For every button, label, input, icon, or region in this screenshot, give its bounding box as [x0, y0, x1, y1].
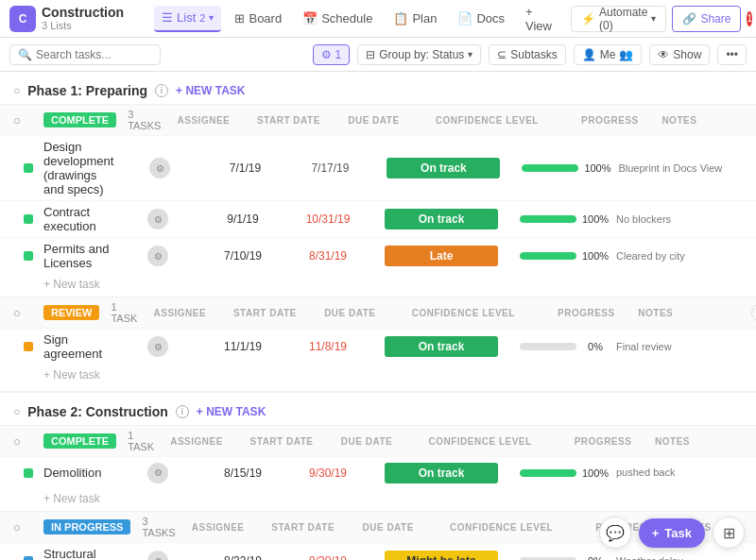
confidence-cell: On track	[370, 209, 512, 229]
assignee-cell: ⚙	[115, 463, 200, 484]
table-row: Design development (drawings and specs) …	[0, 135, 756, 200]
confidence-cell: On track	[370, 336, 512, 357]
avatar: ⚙	[147, 551, 168, 560]
task-dot	[24, 163, 33, 173]
chat-fab-button[interactable]: 💬	[599, 517, 631, 549]
share-button[interactable]: 🔗 Share	[672, 6, 741, 32]
search-input[interactable]	[36, 48, 149, 61]
tab-view-label: + View	[525, 5, 552, 33]
start-date-cell: 7/1/19	[202, 161, 287, 175]
tab-board[interactable]: ⊞ Board	[227, 6, 289, 32]
complete2-task-count: 1 TASK	[128, 430, 154, 452]
new-task-row3[interactable]: + New task	[0, 488, 756, 511]
chevron-down-icon: ▾	[468, 49, 472, 59]
assignee-cell: ⚙	[117, 158, 202, 178]
confidence-col-header2: CONFIDENCE LEVEL	[392, 308, 534, 318]
task-dot	[24, 214, 33, 224]
task-name[interactable]: Structural buildout	[43, 547, 115, 560]
phase2-header: ○ Phase 2: Construction i + NEW TASK	[0, 391, 756, 425]
more-icon: •••	[726, 48, 738, 61]
phase1-review-header: ○ REVIEW 1 TASK ASSIGNEE START DATE DUE …	[0, 297, 756, 328]
inprogress-badge: IN PROGRESS	[43, 519, 130, 535]
progress-col-header2: PROGRESS	[534, 308, 638, 318]
group-by-button[interactable]: ⊟ Group by: Status ▾	[357, 44, 481, 65]
subtasks-label: Subtasks	[510, 48, 557, 61]
start-date-cell: 8/15/19	[200, 467, 285, 480]
task-dot	[24, 468, 33, 478]
app-subtitle: 3 Lists	[42, 20, 128, 32]
person-icon: 👤	[582, 48, 596, 61]
show-button[interactable]: 👁 Show	[649, 44, 710, 65]
confidence-badge: On track	[385, 463, 498, 484]
notification-count: 1	[747, 13, 752, 24]
phase1-info-icon[interactable]: i	[155, 84, 168, 97]
notes-cell: Weather delay	[616, 554, 730, 560]
group-icon: ⊟	[366, 48, 375, 61]
search-box[interactable]: 🔍	[9, 44, 161, 65]
complete-toggle[interactable]: ○	[13, 113, 43, 127]
phase1-review-section: ○ REVIEW 1 TASK ASSIGNEE START DATE DUE …	[0, 297, 756, 387]
start-date-cell: 7/10/19	[200, 249, 285, 263]
tab-docs-label: Docs	[476, 11, 505, 25]
share-label: Share	[700, 12, 730, 25]
notes-cell: Cleared by city	[616, 249, 730, 263]
show-label: Show	[673, 48, 701, 61]
phase1-toggle[interactable]: ○	[13, 84, 20, 97]
tab-view[interactable]: + View	[518, 6, 559, 32]
task-dot	[24, 342, 33, 351]
confidence-badge: Might be late	[385, 551, 498, 560]
filter-count: 1	[335, 48, 342, 61]
phase2-info-icon[interactable]: i	[176, 405, 189, 418]
top-nav: C Construction 3 Lists ☰ List 2 ▾ ⊞ Boar…	[0, 0, 756, 38]
subtasks-button[interactable]: ⊆ Subtasks	[489, 44, 565, 65]
phase1-new-task-button[interactable]: + NEW TASK	[176, 84, 245, 97]
notification-badge[interactable]: 1	[747, 11, 752, 26]
more-button[interactable]: •••	[717, 44, 747, 65]
notes-cell: Blueprint in Docs View	[618, 161, 731, 175]
task-name[interactable]: Design development (drawings and specs)	[43, 140, 117, 196]
me-button[interactable]: 👤 Me 👥	[574, 44, 643, 65]
review-badge: REVIEW	[43, 305, 99, 320]
person2-icon: 👥	[619, 48, 633, 61]
task-name[interactable]: Sign agreement	[43, 332, 115, 361]
start-date-col-header: START DATE	[246, 115, 331, 126]
tab-list-label: List	[177, 10, 196, 25]
avatar: ⚙	[147, 336, 168, 357]
phase2-toggle[interactable]: ○	[13, 405, 20, 418]
phase2-new-task-button[interactable]: + NEW TASK	[197, 405, 266, 418]
complete2-toggle[interactable]: ○	[13, 434, 43, 449]
phase1-complete-section: ○ COMPLETE 3 TASKS ASSIGNEE START DATE D…	[0, 104, 756, 297]
confidence-cell: On track	[370, 463, 512, 484]
assignee-cell: ⚙	[115, 246, 200, 266]
task-name[interactable]: Permits and Licenses	[43, 242, 115, 270]
add-task-fab-button[interactable]: + Task	[639, 518, 705, 548]
tab-docs[interactable]: 📄 Docs	[450, 6, 512, 32]
tab-plan[interactable]: 📋 Plan	[386, 6, 444, 32]
add-column-button2[interactable]: +	[751, 303, 756, 322]
new-task-label: + New task	[43, 278, 100, 291]
review-toggle[interactable]: ○	[13, 306, 43, 320]
grid-fab-button[interactable]: ⊞	[713, 517, 745, 549]
chevron-down-icon: ▾	[209, 12, 214, 23]
tab-schedule[interactable]: 📅 Schedule	[295, 6, 380, 32]
confidence-badge: Late	[385, 246, 498, 266]
progress-cell: 100%	[512, 213, 616, 225]
assignee-cell: ⚙	[115, 209, 200, 229]
due-date-cell: 8/31/19	[285, 249, 370, 263]
progress-cell: 0%	[512, 555, 616, 560]
tab-plan-label: Plan	[412, 11, 437, 25]
start-date-col-header2: START DATE	[222, 308, 307, 318]
me-label: Me	[600, 48, 616, 61]
new-task-row[interactable]: + New task	[0, 274, 756, 297]
due-date-col-header2: DUE DATE	[307, 308, 392, 318]
task-name[interactable]: Demolition	[43, 466, 115, 480]
group-by-label: Group by: Status	[379, 48, 464, 61]
phase2-complete-section: ○ COMPLETE 1 TASK ASSIGNEE START DATE DU…	[0, 425, 756, 511]
automate-button[interactable]: ⚡ Automate (0) ▾	[571, 6, 666, 32]
tab-list[interactable]: ☰ List 2 ▾	[154, 6, 221, 32]
start-date-cell: 11/1/19	[200, 340, 285, 353]
task-name[interactable]: Contract execution	[43, 205, 115, 233]
new-task-row2[interactable]: + New task	[0, 365, 756, 387]
filter-button[interactable]: ⚙ 1	[313, 44, 351, 65]
inprogress-toggle[interactable]: ○	[13, 520, 43, 535]
